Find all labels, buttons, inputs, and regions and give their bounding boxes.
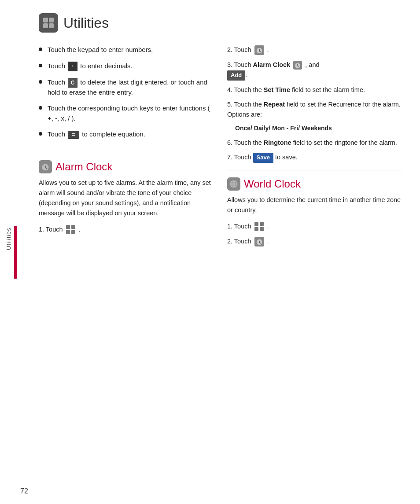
list-item: Touch · to enter decimals. <box>39 61 214 71</box>
svg-line-7 <box>42 163 44 164</box>
step-1-text: 1. Touch <box>39 226 63 233</box>
svg-rect-27 <box>260 222 264 226</box>
list-item: Touch the keypad to enter numbers. <box>39 45 214 55</box>
alarm-clock-heading: Alarm Clock <box>39 160 214 173</box>
world-step-1-text: 1. Touch <box>227 223 251 230</box>
add-button: Add <box>227 70 245 81</box>
alarm-step-3: 3. Touch Alarm Clock , and Add. <box>227 60 402 81</box>
step-5-bold: Repeat <box>264 101 285 108</box>
clock-icon-svg-2 <box>254 236 265 247</box>
clock-icon-svg <box>254 45 265 55</box>
bullet-dot <box>39 132 42 136</box>
bullet-text: Touch C to delete the last digit entered… <box>48 77 214 98</box>
alarm-step-2: 2. Touch . <box>227 45 402 55</box>
divider <box>227 170 402 170</box>
svg-line-8 <box>47 163 48 164</box>
step-7-after: to save. <box>275 154 298 161</box>
utilities-svg-icon <box>42 17 55 29</box>
save-button: Save <box>253 153 273 163</box>
bullet-text: Touch the corresponding touch keys to en… <box>48 103 214 123</box>
c-button-icon: C <box>68 78 77 88</box>
step-4-rest: field to set the alarm time. <box>292 86 365 93</box>
svg-rect-12 <box>71 230 75 234</box>
bullet-dot <box>39 80 42 84</box>
alarm-step-7: 7. Touch Save to save. <box>227 152 402 163</box>
world-icon-svg <box>229 179 239 189</box>
svg-rect-0 <box>43 18 48 22</box>
utilities-icon <box>39 13 58 33</box>
two-column-layout: Touch the keypad to enter numbers. Touch… <box>39 45 402 491</box>
step-7-before: 7. Touch <box>227 154 251 161</box>
bullet-dot <box>39 64 42 67</box>
dot-icon: · <box>68 62 77 71</box>
alarm-step-1: 1. Touch . <box>39 224 214 235</box>
world-clock-heading: World Clock <box>227 177 402 191</box>
side-tab-label: Utilities <box>5 228 12 250</box>
bullet-dot <box>39 106 42 110</box>
step-5-text: 5. Touch the Repeat field to set the Rec… <box>227 101 401 118</box>
grid-icon-svg <box>66 224 76 235</box>
svg-rect-29 <box>260 227 264 231</box>
dot-button-icon: · <box>68 62 77 71</box>
step-3-and: , and <box>305 61 319 68</box>
bullet-list: Touch the keypad to enter numbers. Touch… <box>39 45 214 140</box>
svg-rect-1 <box>49 18 54 22</box>
step-5-rest: field to set the Recurrence for the alar… <box>227 101 401 118</box>
svg-rect-9 <box>66 225 70 229</box>
list-item: Touch C to delete the last digit entered… <box>39 77 214 98</box>
page-number: 72 <box>20 487 28 495</box>
left-column: Touch the keypad to enter numbers. Touch… <box>39 45 214 491</box>
alarm-step-6: 6. Touch the Ringtone field to set the r… <box>227 138 402 148</box>
page-header: Utilities <box>39 13 402 33</box>
world-step-2: 2. Touch . <box>227 236 402 247</box>
right-column: 2. Touch . 3. Touch Alarm Clock <box>227 45 402 491</box>
bullet-text: Touch the keypad to enter numbers. <box>48 45 214 55</box>
page-wrapper: Utilities Utilities <box>0 0 420 504</box>
bullet-text: Touch = to complete equation. <box>48 129 214 140</box>
alarm-step-4: 4. Touch the Set Time field to set the a… <box>227 85 402 95</box>
svg-rect-10 <box>71 225 75 229</box>
svg-rect-26 <box>254 222 258 226</box>
world-clock-section-icon <box>227 177 240 191</box>
list-item: Touch = to complete equation. <box>39 129 214 140</box>
alarm-inline-svg <box>293 60 302 70</box>
world-step-1: 1. Touch . <box>227 221 402 232</box>
c-icon: C <box>68 78 77 88</box>
clock-small-icon <box>254 45 265 55</box>
step-4-text: 4. Touch the Set Time field to set the a… <box>227 86 365 93</box>
step-3-label: 3. Touch Alarm Clock <box>227 61 290 68</box>
world-clock-body: Allows you to determine the current time… <box>227 195 402 215</box>
step-6-bold: Ringtone <box>264 139 291 146</box>
alarm-step-5: 5. Touch the Repeat field to set the Rec… <box>227 99 402 133</box>
repeat-options: Once/ Daily/ Mon - Fri/ Weekends <box>235 123 402 133</box>
side-tab-bar <box>14 226 17 279</box>
clock-small-icon-2 <box>254 236 265 247</box>
apps-grid-icon-2 <box>254 221 265 232</box>
equals-button-icon: = <box>68 131 79 139</box>
step-3-bold: Alarm Clock <box>253 61 291 68</box>
step-6-text: 6. Touch the Ringtone field to set the r… <box>227 139 397 146</box>
svg-rect-3 <box>49 23 54 28</box>
list-item: Touch the corresponding touch keys to en… <box>39 103 214 123</box>
main-content: Utilities Touch the keypad to enter numb… <box>17 0 420 504</box>
alarm-clock-inline-icon <box>293 60 302 70</box>
equals-icon: = <box>68 131 79 139</box>
grid-icon-svg-2 <box>254 221 265 232</box>
apps-grid-icon <box>66 224 76 235</box>
world-step-2-text: 2. Touch <box>227 238 251 245</box>
divider <box>39 153 214 153</box>
svg-rect-28 <box>254 227 258 231</box>
alarm-clock-body: Allows you to set up to five alarms. At … <box>39 178 214 219</box>
step-4-bold: Set Time <box>264 86 290 93</box>
alarm-clock-section-icon <box>39 160 52 173</box>
bullet-dot <box>39 48 42 51</box>
step-2-label: 2. Touch <box>227 46 251 53</box>
bullet-text: Touch · to enter decimals. <box>48 61 214 71</box>
alarm-icon-svg <box>41 162 50 172</box>
side-tab: Utilities <box>0 0 17 504</box>
world-clock-title: World Clock <box>244 178 301 190</box>
step-6-rest: field to set the ringtone for the alarm. <box>293 139 397 146</box>
page-title: Utilities <box>63 15 109 31</box>
alarm-clock-title: Alarm Clock <box>55 161 112 173</box>
svg-rect-2 <box>43 23 48 28</box>
